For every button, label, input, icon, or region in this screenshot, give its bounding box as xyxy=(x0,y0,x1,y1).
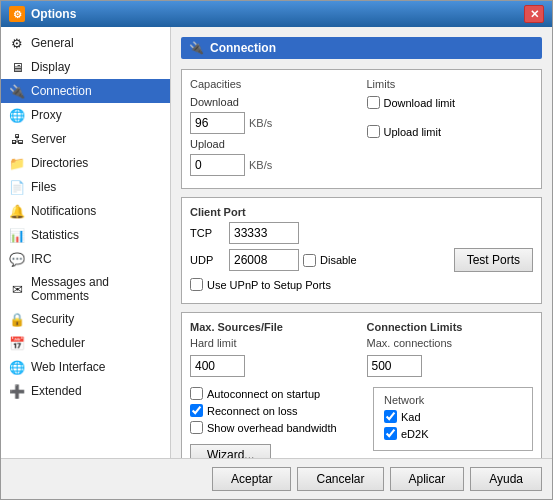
sidebar-item-scheduler[interactable]: 📅 Scheduler xyxy=(1,331,170,355)
title-bar: ⚙ Options ✕ xyxy=(1,1,552,27)
sidebar-item-proxy[interactable]: 🌐 Proxy xyxy=(1,103,170,127)
sidebar-item-extended[interactable]: ➕ Extended xyxy=(1,379,170,403)
upload-row: Upload xyxy=(190,138,357,150)
sidebar-label-files: Files xyxy=(31,180,56,194)
sidebar-item-web-interface[interactable]: 🌐 Web Interface xyxy=(1,355,170,379)
max-sources-label: Max. Sources/File xyxy=(190,321,357,333)
download-limit-row: Download limit xyxy=(367,96,534,109)
extended-icon: ➕ xyxy=(9,383,25,399)
upload-input[interactable] xyxy=(190,154,245,176)
overhead-row: Show overhead bandwidth xyxy=(190,421,365,434)
download-limit-checkbox[interactable] xyxy=(367,96,380,109)
sidebar-item-general[interactable]: ⚙ General xyxy=(1,31,170,55)
reconnect-checkbox[interactable] xyxy=(190,404,203,417)
limits-label: Limits xyxy=(367,78,534,90)
upload-limit-checkbox[interactable] xyxy=(367,125,380,138)
tcp-label: TCP xyxy=(190,227,225,239)
max-connections-label: Max. connections xyxy=(367,337,534,349)
sidebar-label-messages: Messages and Comments xyxy=(31,275,162,303)
download-input[interactable] xyxy=(190,112,245,134)
upload-label: Upload xyxy=(190,138,250,150)
help-button[interactable]: Ayuda xyxy=(470,467,542,491)
sidebar-label-notifications: Notifications xyxy=(31,204,96,218)
max-sources-col: Max. Sources/File Hard limit xyxy=(190,321,357,377)
upnp-label: Use UPnP to Setup Ports xyxy=(207,279,331,291)
overhead-label: Show overhead bandwidth xyxy=(207,422,337,434)
max-connections-input[interactable] xyxy=(367,355,422,377)
proxy-icon: 🌐 xyxy=(9,107,25,123)
sidebar-item-irc[interactable]: 💬 IRC xyxy=(1,247,170,271)
client-port-section: Client Port TCP UDP Disable Test Ports xyxy=(181,197,542,304)
bottom-section-box: Max. Sources/File Hard limit Connection … xyxy=(181,312,542,458)
wizard-button[interactable]: Wizard... xyxy=(190,444,271,458)
options-window: ⚙ Options ✕ ⚙ General 🖥 Display 🔌 Connec… xyxy=(0,0,553,500)
download-row: Download xyxy=(190,96,357,108)
web-interface-icon: 🌐 xyxy=(9,359,25,375)
scheduler-icon: 📅 xyxy=(9,335,25,351)
network-col: Network Kad eD2K xyxy=(373,387,533,458)
sidebar-label-scheduler: Scheduler xyxy=(31,336,85,350)
close-button[interactable]: ✕ xyxy=(524,5,544,23)
reconnect-label: Reconnect on loss xyxy=(207,405,298,417)
ed2k-row: eD2K xyxy=(384,427,522,440)
general-icon: ⚙ xyxy=(9,35,25,51)
statistics-icon: 📊 xyxy=(9,227,25,243)
upnp-row: Use UPnP to Setup Ports xyxy=(190,278,533,291)
sidebar-item-display[interactable]: 🖥 Display xyxy=(1,55,170,79)
checkboxes-network-row: Autoconnect on startup Reconnect on loss… xyxy=(190,387,533,458)
sidebar-item-server[interactable]: 🖧 Server xyxy=(1,127,170,151)
autoconnect-checkbox[interactable] xyxy=(190,387,203,400)
tcp-row: TCP xyxy=(190,222,533,244)
download-input-row: KB/s xyxy=(190,112,357,134)
right-panel: 🔌 Connection Capacities Download KB/s xyxy=(171,27,552,458)
sidebar-item-messages[interactable]: ✉ Messages and Comments xyxy=(1,271,170,307)
sidebar-item-connection[interactable]: 🔌 Connection xyxy=(1,79,170,103)
title-bar-left: ⚙ Options xyxy=(9,6,76,22)
upload-input-row: KB/s xyxy=(190,154,357,176)
kad-label: Kad xyxy=(401,411,421,423)
autoconnect-label: Autoconnect on startup xyxy=(207,388,320,400)
tcp-input[interactable] xyxy=(229,222,299,244)
sidebar-item-directories[interactable]: 📁 Directories xyxy=(1,151,170,175)
capacities-label: Capacities xyxy=(190,78,357,90)
disable-checkbox[interactable] xyxy=(303,254,316,267)
capacities-limits-row: Capacities Download KB/s Upload xyxy=(190,78,533,180)
upnp-checkbox[interactable] xyxy=(190,278,203,291)
sidebar-label-security: Security xyxy=(31,312,74,326)
max-fields-row: Max. Sources/File Hard limit Connection … xyxy=(190,321,533,377)
sidebar-label-proxy: Proxy xyxy=(31,108,62,122)
connection-limits-label: Connection Limits xyxy=(367,321,534,333)
sidebar-item-files[interactable]: 📄 Files xyxy=(1,175,170,199)
sidebar-item-statistics[interactable]: 📊 Statistics xyxy=(1,223,170,247)
apply-button[interactable]: Aplicar xyxy=(390,467,465,491)
network-box: Network Kad eD2K xyxy=(373,387,533,451)
kad-checkbox[interactable] xyxy=(384,410,397,423)
download-label: Download xyxy=(190,96,250,108)
sidebar-label-irc: IRC xyxy=(31,252,52,266)
disable-label: Disable xyxy=(320,254,357,266)
window-title: Options xyxy=(31,7,76,21)
cancel-button[interactable]: Cancelar xyxy=(297,467,383,491)
accept-button[interactable]: Aceptar xyxy=(212,467,291,491)
download-limit-label: Download limit xyxy=(384,97,456,109)
capacities-col: Capacities Download KB/s Upload xyxy=(190,78,357,180)
sidebar-label-web-interface: Web Interface xyxy=(31,360,105,374)
server-icon: 🖧 xyxy=(9,131,25,147)
upload-unit: KB/s xyxy=(249,159,272,171)
footer: Aceptar Cancelar Aplicar Ayuda xyxy=(1,458,552,499)
main-content: ⚙ General 🖥 Display 🔌 Connection 🌐 Proxy… xyxy=(1,27,552,458)
sidebar-label-server: Server xyxy=(31,132,66,146)
udp-row: UDP Disable Test Ports xyxy=(190,248,533,272)
sidebar-label-display: Display xyxy=(31,60,70,74)
ed2k-checkbox[interactable] xyxy=(384,427,397,440)
overhead-checkbox[interactable] xyxy=(190,421,203,434)
upload-limit-label: Upload limit xyxy=(384,126,441,138)
sidebar-item-security[interactable]: 🔒 Security xyxy=(1,307,170,331)
messages-icon: ✉ xyxy=(9,281,25,297)
limits-col: Limits Download limit Upload limit xyxy=(367,78,534,180)
panel-header-icon: 🔌 xyxy=(189,41,204,55)
udp-input[interactable] xyxy=(229,249,299,271)
sidebar-item-notifications[interactable]: 🔔 Notifications xyxy=(1,199,170,223)
test-ports-button[interactable]: Test Ports xyxy=(454,248,533,272)
hard-limit-input[interactable] xyxy=(190,355,245,377)
